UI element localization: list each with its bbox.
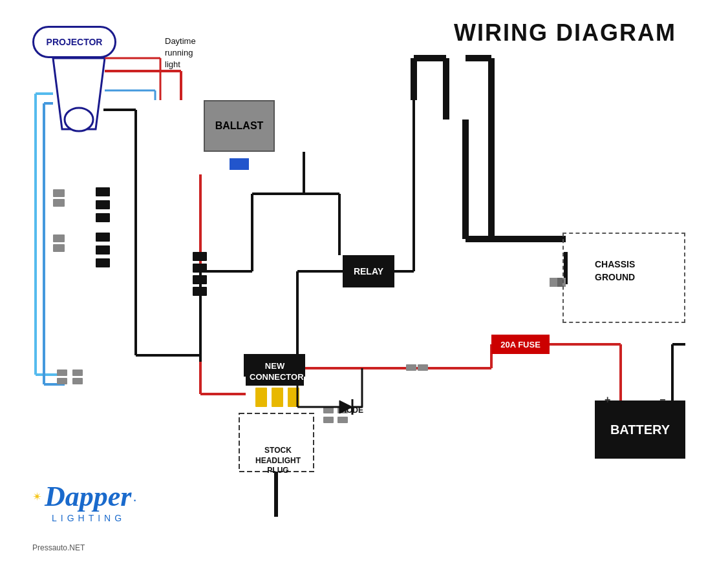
svg-rect-56 xyxy=(272,388,283,407)
svg-rect-58 xyxy=(57,369,67,376)
svg-rect-89 xyxy=(193,275,207,284)
ballast-component: BALLAST xyxy=(204,100,275,152)
svg-rect-74 xyxy=(406,364,416,371)
svg-rect-59 xyxy=(57,378,67,384)
logo-area: ✴ Dapper . LIGHTING xyxy=(32,480,137,523)
svg-point-1 xyxy=(65,108,93,131)
svg-rect-55 xyxy=(255,388,267,407)
diode-label: DIODE xyxy=(339,406,363,415)
svg-rect-47 xyxy=(96,233,110,242)
svg-rect-90 xyxy=(193,287,207,296)
logo-dot: . xyxy=(133,488,136,505)
logo-lighting: LIGHTING xyxy=(52,513,137,523)
svg-rect-45 xyxy=(96,200,110,209)
svg-rect-52 xyxy=(53,234,65,242)
drl-label: Daytimerunninglight xyxy=(165,36,196,71)
svg-rect-40 xyxy=(557,278,562,287)
website-label: Pressauto.NET xyxy=(32,543,85,552)
svg-rect-44 xyxy=(96,187,110,196)
diagram-container: WIRING DIAGRAM xyxy=(0,0,728,562)
fuse-component: 20A FUSE xyxy=(491,335,550,354)
svg-rect-64 xyxy=(323,417,334,423)
svg-rect-87 xyxy=(193,252,207,261)
svg-rect-53 xyxy=(53,244,65,252)
svg-rect-88 xyxy=(193,264,207,273)
battery-label: BATTERY xyxy=(610,422,670,437)
fuse-label: 20A FUSE xyxy=(500,340,541,349)
svg-rect-60 xyxy=(72,369,83,376)
stock-plug-label: STOCKHEADLIGHTPLUG xyxy=(255,446,301,476)
svg-rect-49 xyxy=(96,258,110,267)
svg-rect-50 xyxy=(53,189,65,197)
logo-sun-icon: ✴ xyxy=(32,490,42,504)
projector-component: PROJECTOR xyxy=(32,26,116,58)
battery-plus: + xyxy=(605,394,610,406)
relay-label: RELAY xyxy=(354,266,383,276)
logo-brand: Dapper xyxy=(45,480,131,513)
svg-rect-46 xyxy=(96,213,110,222)
new-connector-component: NEWCONNECTOR xyxy=(246,359,304,386)
svg-rect-75 xyxy=(418,364,428,371)
chassis-ground-label: CHASSISGROUND xyxy=(595,258,635,284)
ballast-label: BALLAST xyxy=(215,120,264,132)
relay-component: RELAY xyxy=(343,255,394,287)
ballast-connector xyxy=(230,158,249,170)
svg-rect-61 xyxy=(72,378,83,384)
svg-rect-48 xyxy=(96,245,110,255)
battery-minus: − xyxy=(659,394,665,406)
projector-label: PROJECTOR xyxy=(47,37,103,47)
battery-component: BATTERY xyxy=(595,401,685,459)
svg-rect-66 xyxy=(337,417,348,423)
svg-rect-51 xyxy=(53,199,65,207)
